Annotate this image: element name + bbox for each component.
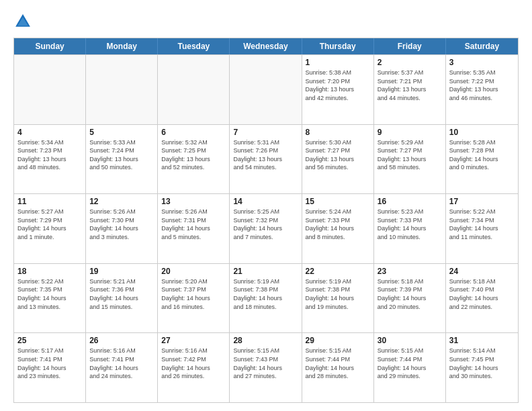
calendar-row: 11Sunrise: 5:27 AM Sunset: 7:29 PM Dayli…: [14, 193, 518, 263]
weekday-header: Sunday: [14, 38, 86, 54]
calendar: SundayMondayTuesdayWednesdayThursdayFrid…: [13, 38, 519, 403]
day-number: 20: [161, 267, 226, 276]
calendar-cell: 22Sunrise: 5:19 AM Sunset: 7:38 PM Dayli…: [302, 264, 374, 333]
cell-info: Sunrise: 5:33 AM Sunset: 7:24 PM Dayligh…: [89, 138, 154, 172]
cell-info: Sunrise: 5:26 AM Sunset: 7:30 PM Dayligh…: [89, 208, 154, 241]
day-number: 4: [17, 128, 82, 137]
day-number: 8: [306, 128, 370, 137]
calendar-cell: 19Sunrise: 5:21 AM Sunset: 7:36 PM Dayli…: [86, 264, 158, 333]
day-number: 13: [161, 197, 226, 206]
weekday-header: Saturday: [446, 38, 518, 54]
day-number: 24: [449, 267, 515, 276]
cell-info: Sunrise: 5:32 AM Sunset: 7:25 PM Dayligh…: [161, 138, 226, 172]
cell-info: Sunrise: 5:18 AM Sunset: 7:39 PM Dayligh…: [378, 277, 442, 311]
day-number: 25: [17, 336, 82, 345]
calendar-row: 1Sunrise: 5:38 AM Sunset: 7:20 PM Daylig…: [14, 54, 518, 124]
day-number: 2: [378, 58, 442, 67]
calendar-header: SundayMondayTuesdayWednesdayThursdayFrid…: [14, 38, 518, 54]
calendar-row: 4Sunrise: 5:34 AM Sunset: 7:23 PM Daylig…: [14, 124, 518, 194]
cell-info: Sunrise: 5:25 AM Sunset: 7:32 PM Dayligh…: [233, 208, 298, 241]
cell-info: Sunrise: 5:22 AM Sunset: 7:34 PM Dayligh…: [449, 208, 515, 241]
cell-info: Sunrise: 5:35 AM Sunset: 7:22 PM Dayligh…: [449, 68, 515, 102]
calendar-cell: [14, 55, 86, 124]
day-number: 21: [233, 267, 298, 276]
day-number: 9: [378, 128, 442, 137]
day-number: 31: [449, 336, 515, 345]
calendar-cell: 16Sunrise: 5:23 AM Sunset: 7:33 PM Dayli…: [374, 194, 446, 263]
weekday-header: Thursday: [302, 38, 374, 54]
day-number: 1: [306, 58, 370, 67]
calendar-cell: 5Sunrise: 5:33 AM Sunset: 7:24 PM Daylig…: [86, 125, 158, 194]
cell-info: Sunrise: 5:18 AM Sunset: 7:40 PM Dayligh…: [449, 277, 515, 311]
day-number: 16: [378, 197, 442, 206]
day-number: 15: [306, 197, 370, 206]
weekday-header: Monday: [86, 38, 158, 54]
day-number: 26: [89, 336, 154, 345]
cell-info: Sunrise: 5:15 AM Sunset: 7:43 PM Dayligh…: [233, 347, 298, 380]
cell-info: Sunrise: 5:21 AM Sunset: 7:36 PM Dayligh…: [89, 277, 154, 311]
calendar-cell: 1Sunrise: 5:38 AM Sunset: 7:20 PM Daylig…: [302, 55, 374, 124]
cell-info: Sunrise: 5:37 AM Sunset: 7:21 PM Dayligh…: [378, 68, 442, 102]
calendar-cell: 28Sunrise: 5:15 AM Sunset: 7:43 PM Dayli…: [230, 333, 302, 402]
day-number: 7: [233, 128, 298, 137]
day-number: 29: [306, 336, 370, 345]
calendar-cell: 4Sunrise: 5:34 AM Sunset: 7:23 PM Daylig…: [14, 125, 86, 194]
calendar-cell: 18Sunrise: 5:22 AM Sunset: 7:35 PM Dayli…: [14, 264, 86, 333]
logo: [13, 12, 35, 31]
cell-info: Sunrise: 5:28 AM Sunset: 7:28 PM Dayligh…: [449, 138, 515, 172]
calendar-cell: 10Sunrise: 5:28 AM Sunset: 7:28 PM Dayli…: [446, 125, 518, 194]
day-number: 18: [17, 267, 82, 276]
cell-info: Sunrise: 5:22 AM Sunset: 7:35 PM Dayligh…: [17, 277, 82, 311]
day-number: 11: [17, 197, 82, 206]
cell-info: Sunrise: 5:34 AM Sunset: 7:23 PM Dayligh…: [17, 138, 82, 172]
calendar-cell: 27Sunrise: 5:16 AM Sunset: 7:42 PM Dayli…: [158, 333, 230, 402]
logo-icon: [13, 12, 32, 31]
calendar-cell: 11Sunrise: 5:27 AM Sunset: 7:29 PM Dayli…: [14, 194, 86, 263]
cell-info: Sunrise: 5:30 AM Sunset: 7:27 PM Dayligh…: [306, 138, 370, 172]
day-number: 17: [449, 197, 515, 206]
cell-info: Sunrise: 5:16 AM Sunset: 7:41 PM Dayligh…: [89, 347, 154, 380]
cell-info: Sunrise: 5:27 AM Sunset: 7:29 PM Dayligh…: [17, 208, 82, 241]
calendar-row: 18Sunrise: 5:22 AM Sunset: 7:35 PM Dayli…: [14, 263, 518, 333]
weekday-header: Friday: [374, 38, 446, 54]
cell-info: Sunrise: 5:16 AM Sunset: 7:42 PM Dayligh…: [161, 347, 226, 380]
calendar-cell: 24Sunrise: 5:18 AM Sunset: 7:40 PM Dayli…: [446, 264, 518, 333]
calendar-cell: 14Sunrise: 5:25 AM Sunset: 7:32 PM Dayli…: [230, 194, 302, 263]
day-number: 22: [306, 267, 370, 276]
day-number: 6: [161, 128, 226, 137]
calendar-cell: 6Sunrise: 5:32 AM Sunset: 7:25 PM Daylig…: [158, 125, 230, 194]
cell-info: Sunrise: 5:29 AM Sunset: 7:27 PM Dayligh…: [378, 138, 442, 172]
calendar-cell: 9Sunrise: 5:29 AM Sunset: 7:27 PM Daylig…: [374, 125, 446, 194]
cell-info: Sunrise: 5:23 AM Sunset: 7:33 PM Dayligh…: [378, 208, 442, 241]
cell-info: Sunrise: 5:26 AM Sunset: 7:31 PM Dayligh…: [161, 208, 226, 241]
calendar-cell: 17Sunrise: 5:22 AM Sunset: 7:34 PM Dayli…: [446, 194, 518, 263]
calendar-cell: 25Sunrise: 5:17 AM Sunset: 7:41 PM Dayli…: [14, 333, 86, 402]
calendar-cell: 21Sunrise: 5:19 AM Sunset: 7:38 PM Dayli…: [230, 264, 302, 333]
calendar-body: 1Sunrise: 5:38 AM Sunset: 7:20 PM Daylig…: [14, 54, 518, 402]
calendar-cell: 8Sunrise: 5:30 AM Sunset: 7:27 PM Daylig…: [302, 125, 374, 194]
day-number: 19: [89, 267, 154, 276]
day-number: 14: [233, 197, 298, 206]
calendar-cell: 30Sunrise: 5:15 AM Sunset: 7:44 PM Dayli…: [374, 333, 446, 402]
cell-info: Sunrise: 5:24 AM Sunset: 7:33 PM Dayligh…: [306, 208, 370, 241]
cell-info: Sunrise: 5:38 AM Sunset: 7:20 PM Dayligh…: [306, 68, 370, 102]
calendar-cell: [230, 55, 302, 124]
cell-info: Sunrise: 5:14 AM Sunset: 7:45 PM Dayligh…: [449, 347, 515, 380]
day-number: 28: [233, 336, 298, 345]
day-number: 3: [449, 58, 515, 67]
calendar-cell: 15Sunrise: 5:24 AM Sunset: 7:33 PM Dayli…: [302, 194, 374, 263]
cell-info: Sunrise: 5:15 AM Sunset: 7:44 PM Dayligh…: [306, 347, 370, 380]
calendar-cell: 13Sunrise: 5:26 AM Sunset: 7:31 PM Dayli…: [158, 194, 230, 263]
day-number: 27: [161, 336, 226, 345]
cell-info: Sunrise: 5:15 AM Sunset: 7:44 PM Dayligh…: [378, 347, 442, 380]
page: SundayMondayTuesdayWednesdayThursdayFrid…: [0, 0, 532, 411]
cell-info: Sunrise: 5:20 AM Sunset: 7:37 PM Dayligh…: [161, 277, 226, 311]
day-number: 12: [89, 197, 154, 206]
calendar-row: 25Sunrise: 5:17 AM Sunset: 7:41 PM Dayli…: [14, 332, 518, 402]
calendar-cell: 31Sunrise: 5:14 AM Sunset: 7:45 PM Dayli…: [446, 333, 518, 402]
cell-info: Sunrise: 5:19 AM Sunset: 7:38 PM Dayligh…: [306, 277, 370, 311]
calendar-cell: 26Sunrise: 5:16 AM Sunset: 7:41 PM Dayli…: [86, 333, 158, 402]
calendar-cell: 7Sunrise: 5:31 AM Sunset: 7:26 PM Daylig…: [230, 125, 302, 194]
cell-info: Sunrise: 5:19 AM Sunset: 7:38 PM Dayligh…: [233, 277, 298, 311]
day-number: 23: [378, 267, 442, 276]
